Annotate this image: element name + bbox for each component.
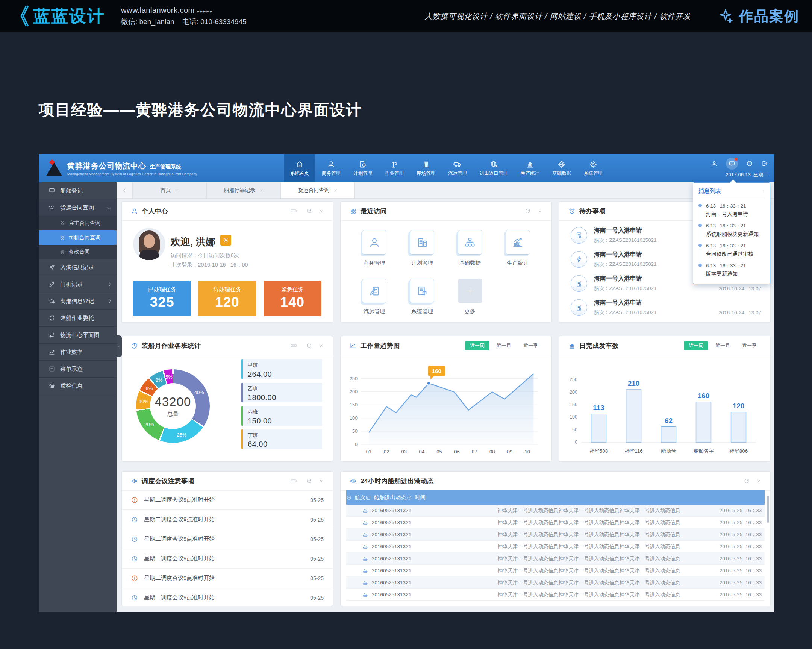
chevron-right-icon[interactable] bbox=[760, 189, 765, 194]
profile-icon[interactable] bbox=[711, 160, 717, 167]
table-row[interactable]: 20160525131321 神华天津一号进入动态信息神华天津一号进入动态信息神… bbox=[346, 553, 765, 565]
logout-icon[interactable] bbox=[761, 160, 768, 167]
messages-button[interactable] bbox=[726, 157, 738, 170]
sidebar-item[interactable]: 离港信息登记 bbox=[39, 293, 116, 310]
sidebar-item[interactable]: 装船作业委托 bbox=[39, 310, 116, 327]
sidebar-item[interactable]: 菜单示意 bbox=[39, 360, 116, 377]
meeting-item[interactable]: 星期二调度会议9点准时开始 05-25 bbox=[122, 549, 333, 568]
content-tab[interactable]: 首页 bbox=[133, 182, 207, 198]
table-row[interactable]: 20160525131321 神华天津一号进入动态信息神华天津一号进入动态信息神… bbox=[346, 589, 765, 601]
refresh-icon[interactable] bbox=[306, 208, 312, 214]
meeting-date: 05-25 bbox=[310, 517, 324, 523]
nav-item[interactable]: 商务管理 bbox=[315, 154, 347, 182]
message-item[interactable]: 6-13 16：33：21 海南一号入港申请 bbox=[699, 203, 765, 218]
shortcut-tile[interactable]: 更多 bbox=[446, 273, 494, 322]
table-row[interactable]: 20160525131321 神华天津一号进入动态信息神华天津一号进入动态信息神… bbox=[346, 505, 765, 517]
refresh-icon[interactable] bbox=[306, 342, 312, 348]
legend-value: 150.00 bbox=[248, 417, 322, 425]
shortcut-tile[interactable]: 计划管理 bbox=[398, 225, 446, 273]
filter-button[interactable]: 近一季 bbox=[519, 341, 542, 350]
nav-item[interactable]: 基础数据 bbox=[546, 154, 577, 182]
nav-item[interactable]: 作业管理 bbox=[379, 154, 410, 182]
meeting-item[interactable]: 星期二调度会议9点准时开始 05-25 bbox=[122, 530, 333, 549]
shortcut-tile[interactable]: 基础数据 bbox=[446, 225, 494, 273]
sidebar-item[interactable]: 物流中心平面图 bbox=[39, 327, 116, 344]
meeting-item[interactable]: 星期二调度会议9点准时开始 05-25 bbox=[122, 510, 333, 530]
nav-item[interactable]: 汽运管理 bbox=[442, 154, 473, 182]
tab-close-icon[interactable] bbox=[175, 188, 179, 192]
close-icon[interactable] bbox=[319, 343, 324, 348]
tile-label: 基础数据 bbox=[459, 260, 481, 267]
content-tab[interactable]: 船舶停靠记录 bbox=[207, 182, 281, 198]
task-stat-box[interactable]: 紧急任务 140 bbox=[264, 281, 321, 316]
meeting-item[interactable]: 星期二调度会议9点准时开始 05-25 bbox=[122, 490, 333, 510]
shortcut-tile[interactable]: 生产统计 bbox=[494, 225, 542, 273]
tab-close-icon[interactable] bbox=[334, 188, 337, 192]
message-item[interactable]: 6-13 16：33：21 合同修改已通过审核 bbox=[699, 243, 765, 258]
tab-close-icon[interactable] bbox=[260, 188, 264, 192]
nav-item-label: 进出道口管理 bbox=[480, 170, 508, 177]
table-row[interactable]: 20160525131321 神华天津一号进入动态信息神华天津一号进入动态信息神… bbox=[346, 565, 765, 577]
shortcut-tile[interactable]: 商务管理 bbox=[350, 225, 398, 273]
close-icon[interactable] bbox=[319, 209, 324, 214]
sidebar-item[interactable]: 质检信息 bbox=[39, 377, 116, 394]
nav-item[interactable]: 进出道口管理 bbox=[473, 154, 514, 182]
sidebar-item[interactable]: 司机合同查询 bbox=[39, 231, 116, 245]
message-item[interactable]: 6-13 16：33：21 版本更新通知 bbox=[699, 263, 765, 278]
task-stat-box[interactable]: 待处理任务 120 bbox=[198, 281, 256, 316]
more-icon[interactable] bbox=[288, 208, 299, 214]
refresh-icon[interactable] bbox=[306, 478, 312, 484]
sidebar-collapse-handle[interactable]: ‹ bbox=[116, 335, 122, 357]
legend-value: 264.00 bbox=[248, 370, 322, 379]
tab-back-button[interactable] bbox=[116, 182, 133, 198]
filter-button[interactable]: 近一月 bbox=[492, 341, 516, 350]
meeting-item[interactable]: 星期二调度会议9点准时开始 05-25 bbox=[122, 588, 333, 607]
chevron-icon bbox=[107, 350, 111, 354]
filter-button[interactable]: 近一季 bbox=[737, 341, 761, 350]
close-icon[interactable] bbox=[537, 209, 542, 214]
sun-icon bbox=[222, 237, 229, 244]
sidebar-item-icon bbox=[49, 264, 55, 271]
portfolio-link[interactable]: 作品案例 bbox=[717, 7, 799, 26]
sidebar-item[interactable]: 货运合同查询 bbox=[39, 199, 116, 216]
sidebar-item-icon bbox=[49, 315, 55, 322]
nav-item[interactable]: 生产统计 bbox=[514, 154, 546, 182]
shortcut-tile[interactable]: 系统管理 bbox=[398, 273, 446, 322]
nav-item[interactable]: 库场管理 bbox=[410, 154, 442, 182]
shortcut-tile[interactable]: 汽运管理 bbox=[350, 273, 398, 322]
content-tab[interactable]: 货运合同查询 bbox=[281, 182, 355, 198]
table-row[interactable]: 20160525131321 神华天津一号进入动态信息神华天津一号进入动态信息神… bbox=[346, 529, 765, 541]
nav-item[interactable]: 系统管理 bbox=[577, 154, 609, 182]
sidebar-item[interactable]: 作业效率 bbox=[39, 344, 116, 360]
table-scrollbar[interactable] bbox=[766, 496, 769, 523]
tab-label: 船舶停靠记录 bbox=[224, 187, 256, 194]
sidebar-item[interactable]: 入港信息记录 bbox=[39, 259, 116, 276]
table-row[interactable]: 20160525131321 神华天津一号进入动态信息神华天津一号进入动态信息神… bbox=[346, 577, 765, 589]
sidebar-item[interactable]: 门机记录 bbox=[39, 276, 116, 293]
table-row[interactable]: 20160525131321 神华天津一号进入动态信息神华天津一号进入动态信息神… bbox=[346, 517, 765, 529]
svg-text:08: 08 bbox=[490, 449, 495, 455]
todo-item[interactable]: 海南一号入港申请 船次：ZZASE20161025021 2016-10-24 … bbox=[559, 296, 770, 321]
sidebar-item[interactable]: 船舶登记 bbox=[39, 182, 116, 199]
filter-button[interactable]: 近一周 bbox=[684, 341, 708, 350]
row-time: 2016-5-25 16：33 bbox=[716, 519, 765, 526]
help-icon[interactable] bbox=[746, 160, 753, 167]
stat-label: 紧急任务 bbox=[264, 286, 321, 293]
refresh-icon[interactable] bbox=[525, 208, 531, 214]
more-icon[interactable] bbox=[288, 478, 299, 484]
close-icon[interactable] bbox=[319, 479, 324, 484]
table-row[interactable]: 20160525131321 神华天津一号进入动态信息神华天津一号进入动态信息神… bbox=[346, 541, 765, 553]
donut-percent-label: 8% bbox=[156, 377, 163, 383]
filter-button[interactable]: 近一月 bbox=[711, 341, 734, 350]
sidebar-item[interactable]: 修改合同 bbox=[39, 245, 116, 259]
filter-button[interactable]: 近一周 bbox=[466, 341, 489, 350]
refresh-icon[interactable] bbox=[743, 478, 749, 484]
task-stat-box[interactable]: 已处理任务 325 bbox=[133, 281, 191, 316]
more-icon[interactable] bbox=[288, 342, 299, 348]
meeting-item[interactable]: 星期二调度会议9点准时开始 05-25 bbox=[122, 568, 333, 588]
close-icon[interactable] bbox=[756, 479, 761, 484]
message-item[interactable]: 6-13 16：33：21 系统船舶模块更新通知 bbox=[699, 223, 765, 238]
sidebar-item[interactable]: 雇主合同查询 bbox=[39, 216, 116, 231]
nav-item[interactable]: 系统首页 bbox=[284, 154, 315, 182]
nav-item[interactable]: 计划管理 bbox=[347, 154, 379, 182]
